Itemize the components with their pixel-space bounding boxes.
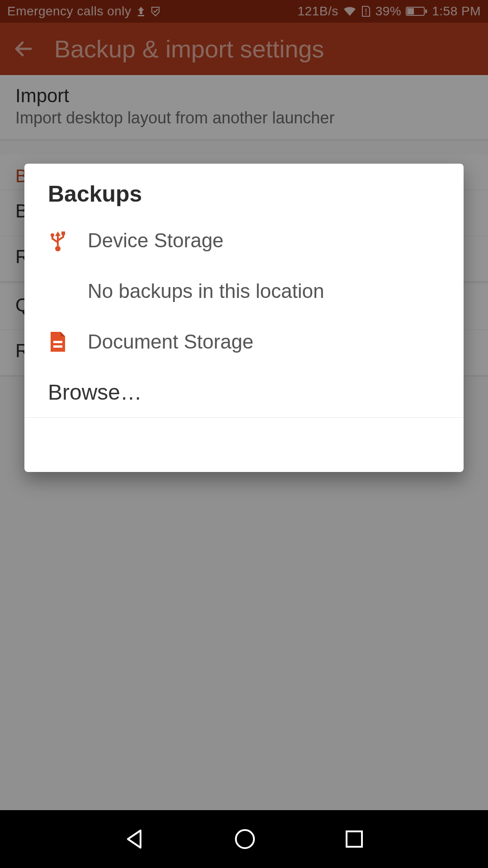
nav-recents-button[interactable]	[343, 828, 366, 850]
device-storage-label: Device Storage	[88, 229, 224, 252]
nav-home-button[interactable]	[233, 827, 257, 851]
document-storage-label: Document Storage	[88, 330, 253, 353]
svg-rect-12	[347, 831, 362, 847]
nav-back-button[interactable]	[122, 827, 147, 851]
browse-label: Browse…	[48, 380, 142, 405]
svg-point-6	[55, 246, 61, 251]
no-backups-label: No backups in this location	[88, 280, 324, 302]
svg-rect-8	[61, 231, 65, 235]
row-no-backups: No backups in this location	[24, 266, 464, 316]
svg-rect-10	[53, 345, 62, 348]
usb-icon	[48, 229, 68, 252]
svg-point-7	[51, 233, 54, 237]
svg-point-11	[236, 830, 254, 848]
row-document-storage[interactable]: Document Storage	[24, 316, 464, 367]
dialog-title: Backups	[24, 181, 464, 215]
dialog-bottom-space	[24, 418, 464, 472]
backups-dialog: Backups Device Storage No backups in thi…	[24, 164, 464, 472]
document-icon	[48, 331, 68, 353]
android-navbar	[0, 810, 488, 868]
row-device-storage[interactable]: Device Storage	[24, 215, 464, 266]
svg-rect-9	[53, 341, 62, 343]
row-browse[interactable]: Browse…	[24, 367, 464, 418]
